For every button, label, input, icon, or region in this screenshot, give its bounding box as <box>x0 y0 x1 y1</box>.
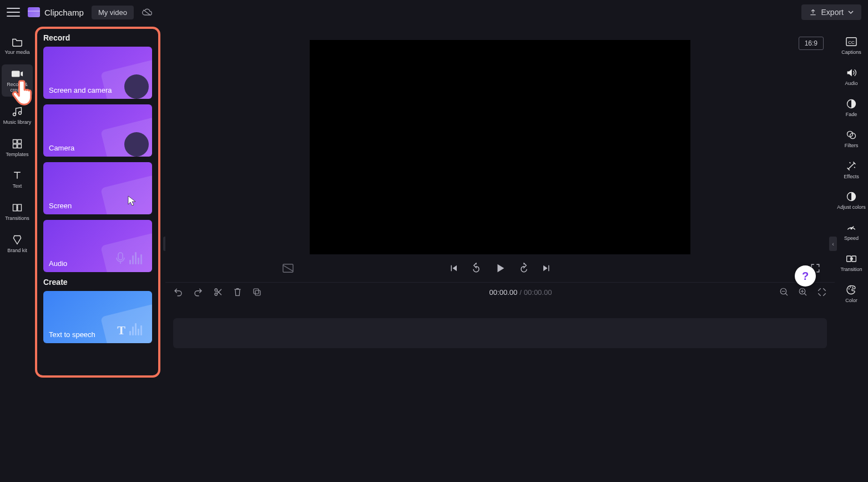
help-button[interactable]: ? <box>795 265 816 287</box>
card-label: Screen and camera <box>49 86 112 94</box>
sidebar-item-captions[interactable]: CC Captions <box>836 32 866 59</box>
svg-rect-3 <box>255 290 260 295</box>
sidebar-item-templates[interactable]: Templates <box>2 134 33 161</box>
timecode-total: 00:00.00 <box>524 288 552 297</box>
topbar: Clipchamp My video Export <box>0 0 868 24</box>
card-text-to-speech[interactable]: T Text to speech <box>43 291 152 343</box>
waveform-icon <box>129 252 149 264</box>
sidebar-item-label: Transitions <box>5 216 29 222</box>
export-button[interactable]: Export <box>801 4 861 20</box>
svg-point-16 <box>850 287 851 288</box>
sidebar-item-label: Brand kit <box>7 248 27 254</box>
right-sidebar: ‹ CC Captions Audio Fade Filters Effects… <box>835 24 868 482</box>
brand[interactable]: Clipchamp <box>28 7 84 17</box>
sidebar-item-label: Captions <box>841 50 861 56</box>
sidebar-item-transitions[interactable]: Transitions <box>2 198 33 225</box>
card-label: Audio <box>49 259 67 268</box>
speed-icon <box>845 222 857 234</box>
card-screen[interactable]: Screen <box>43 162 152 214</box>
center-area: 16:9 00:00.00 / 00:00.00 <box>165 24 835 482</box>
split-button[interactable] <box>213 287 223 297</box>
sidebar-item-label: Speed <box>844 236 859 242</box>
sidebar-item-audio[interactable]: Audio <box>836 63 866 90</box>
sidebar-item-label: Effects <box>844 174 859 180</box>
sidebar-item-label: Filters <box>845 143 859 149</box>
brand-label: Clipchamp <box>44 8 84 17</box>
zoom-out-button[interactable] <box>779 287 789 297</box>
svg-point-12 <box>850 228 852 229</box>
sidebar-item-filters[interactable]: Filters <box>836 125 866 152</box>
sidebar-item-label: Text <box>13 184 22 189</box>
project-name-input[interactable]: My video <box>92 6 134 19</box>
player-controls <box>165 254 835 282</box>
sidebar-item-label: Your media <box>4 50 29 56</box>
card-audio[interactable]: Audio <box>43 220 152 272</box>
fit-timeline-button[interactable] <box>817 287 827 297</box>
sidebar-item-label: Adjust colors <box>837 205 866 210</box>
color-icon <box>845 284 857 296</box>
tutorial-hand-pointer-icon <box>9 76 41 108</box>
card-camera[interactable]: Camera <box>43 104 152 157</box>
skip-forward-button[interactable] <box>542 263 552 273</box>
sidebar-item-label: Fade <box>846 112 857 118</box>
card-label: Text to speech <box>49 330 95 339</box>
cloud-sync-icon[interactable] <box>142 8 153 17</box>
sidebar-item-your-media[interactable]: Your media <box>2 32 33 59</box>
timecode-current: 00:00.00 <box>489 288 518 297</box>
help-icon: ? <box>802 270 809 283</box>
sidebar-item-adjust-colors[interactable]: Adjust colors <box>836 187 866 214</box>
forward-button[interactable] <box>518 263 529 274</box>
svg-text:CC: CC <box>848 40 855 45</box>
transition-icon <box>845 253 857 265</box>
rewind-button[interactable] <box>471 263 482 274</box>
zoom-in-button[interactable] <box>798 287 808 297</box>
effects-icon <box>845 160 857 172</box>
sidebar-item-text[interactable]: Text <box>2 166 33 193</box>
speaker-icon <box>845 67 857 79</box>
adjust-icon <box>845 190 857 203</box>
video-preview[interactable] <box>310 40 690 254</box>
sidebar-item-color[interactable]: Color <box>836 280 866 307</box>
svg-point-15 <box>849 288 850 289</box>
chevron-down-icon <box>848 9 854 15</box>
sidebar-item-effects[interactable]: Effects <box>836 157 866 183</box>
microphone-icon <box>115 252 125 264</box>
sidebar-item-speed[interactable]: Speed <box>836 218 866 245</box>
sidebar-item-label: Color <box>845 298 857 304</box>
aspect-ratio-button[interactable]: 16:9 <box>799 37 824 50</box>
skip-back-button[interactable] <box>448 263 458 273</box>
section-title-create: Create <box>43 278 160 287</box>
record-create-panel: Record Screen and camera Camera Screen A… <box>34 24 165 482</box>
svg-point-17 <box>852 287 853 288</box>
sidebar-item-label: Transition <box>840 267 862 273</box>
svg-rect-0 <box>118 253 123 260</box>
sidebar-item-fade[interactable]: Fade <box>836 94 866 121</box>
brandkit-icon <box>11 234 23 246</box>
timeline-toolbar: 00:00.00 / 00:00.00 <box>165 282 835 302</box>
captions-icon: CC <box>845 36 857 48</box>
card-screen-and-camera[interactable]: Screen and camera <box>43 47 152 99</box>
play-button[interactable] <box>494 262 506 274</box>
waveform-icon <box>129 323 149 335</box>
folder-icon <box>11 36 23 48</box>
sidebar-item-label: Music library <box>3 120 32 125</box>
redo-button[interactable] <box>193 287 203 297</box>
timeline-tracks[interactable] <box>165 302 835 482</box>
upload-icon <box>809 8 817 16</box>
undo-button[interactable] <box>173 287 183 297</box>
card-label: Camera <box>49 144 74 152</box>
text-icon <box>11 169 23 182</box>
card-label: Screen <box>49 202 72 210</box>
cursor-icon <box>128 195 137 207</box>
filters-icon <box>845 129 857 141</box>
sidebar-item-label: Audio <box>845 81 857 87</box>
collapse-right-panel-button[interactable]: ‹ <box>829 237 837 251</box>
duplicate-button[interactable] <box>252 287 262 297</box>
sidebar-item-brand-kit[interactable]: Brand kit <box>2 230 33 257</box>
section-title-record: Record <box>43 33 160 42</box>
timeline-track[interactable] <box>173 318 827 348</box>
sidebar-item-transition[interactable]: Transition <box>836 249 866 276</box>
safe-zone-toggle[interactable] <box>282 263 294 273</box>
menu-button[interactable] <box>7 6 20 19</box>
delete-button[interactable] <box>233 287 242 297</box>
